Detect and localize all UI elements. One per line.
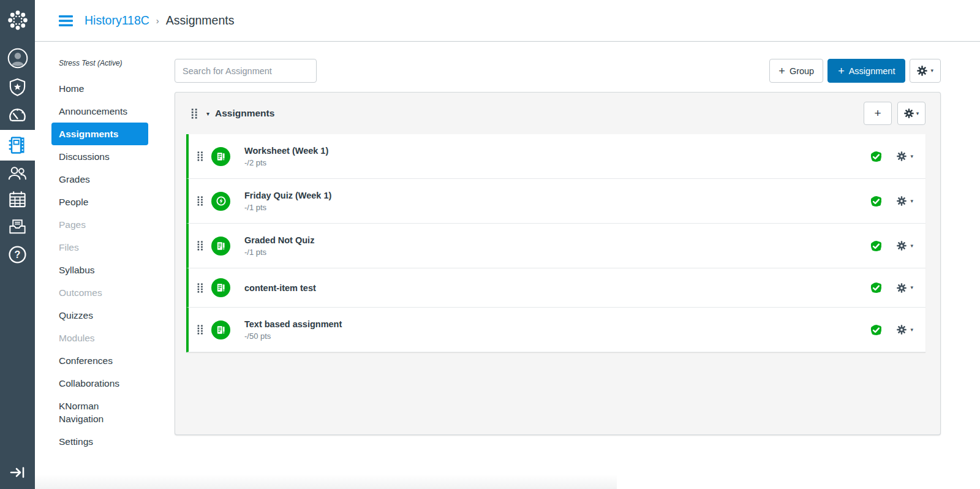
- row-drag-handle[interactable]: [197, 196, 203, 206]
- course-nav-item-home[interactable]: Home: [51, 77, 148, 100]
- course-nav-item-syllabus[interactable]: Syllabus: [51, 259, 148, 281]
- assignment-options-menu-button[interactable]: ▾: [897, 325, 913, 335]
- breadcrumb-separator: ›: [156, 15, 159, 26]
- plus-icon: +: [838, 66, 845, 77]
- assignment-options-menu-button[interactable]: ▾: [897, 196, 913, 206]
- assignment-type-badge: [211, 278, 230, 297]
- assignment-points: -/50 pts: [244, 332, 342, 341]
- course-nav-item-discussions[interactable]: Discussions: [51, 145, 148, 168]
- assignment-title-link[interactable]: Graded Not Quiz: [244, 235, 314, 245]
- caret-down-icon: ▾: [916, 111, 919, 116]
- course-nav-list: Home Announcements Assignments Discussio…: [51, 77, 148, 453]
- canvas-logo[interactable]: [0, 7, 35, 33]
- assignment-points: -/1 pts: [244, 203, 331, 212]
- assignment-icon: [216, 241, 226, 251]
- gear-icon: [904, 108, 914, 118]
- course-nav-item-knorman-navigation[interactable]: KNorman Navigation: [51, 395, 148, 430]
- course-nav-item-pages[interactable]: Pages: [51, 213, 148, 236]
- sidebar-item-help[interactable]: ?: [0, 243, 35, 265]
- gear-icon: [917, 66, 927, 76]
- assignment-title-link[interactable]: Worksheet (Week 1): [244, 146, 328, 156]
- assignment-row: Graded Not Quiz -/1 pts ▾: [186, 224, 925, 268]
- assignment-options-menu-button[interactable]: ▾: [897, 283, 913, 293]
- assignment-info: Worksheet (Week 1) -/2 pts: [244, 146, 328, 167]
- hide-course-nav-button[interactable]: [59, 15, 74, 27]
- assignment-title-link[interactable]: content-item test: [244, 283, 316, 293]
- course-nav-item-files[interactable]: Files: [51, 236, 148, 259]
- assignment-info: Graded Not Quiz -/1 pts: [244, 235, 314, 257]
- calendar-icon: [7, 189, 28, 210]
- shield-star-icon: [7, 77, 28, 97]
- assignment-row: content-item test ▾: [186, 268, 925, 308]
- collapse-global-nav-button[interactable]: [0, 463, 35, 482]
- toolbar-actions: + Group + Assignment ▾: [769, 59, 941, 83]
- course-nav-item-announcements[interactable]: Announcements: [51, 100, 148, 123]
- canvas-logo-icon: [6, 9, 29, 32]
- add-assignment-label: Assignment: [849, 66, 895, 76]
- canvas-assignments-page: ? History118C › Assignments Stress: [0, 0, 980, 489]
- breadcrumb-page: Assignments: [166, 13, 235, 28]
- course-nav-item-assignments[interactable]: Assignments: [51, 123, 148, 145]
- row-drag-handle[interactable]: [197, 241, 203, 251]
- group-drag-handle[interactable]: [191, 108, 198, 119]
- row-drag-handle[interactable]: [197, 151, 203, 161]
- sidebar-item-dashboard[interactable]: [0, 105, 35, 127]
- sidebar-item-account[interactable]: [0, 47, 35, 70]
- published-status-icon[interactable]: [870, 324, 882, 336]
- add-group-button[interactable]: + Group: [769, 59, 823, 83]
- group-add-assignment-button[interactable]: +: [864, 102, 892, 125]
- gear-icon: [897, 325, 907, 335]
- assignment-icon: [216, 325, 226, 335]
- assignment-options-menu-button[interactable]: ▾: [897, 151, 913, 161]
- quiz-type-badge: [211, 192, 230, 211]
- assignment-icon: [216, 282, 226, 293]
- group-settings-menu-button[interactable]: ▾: [897, 102, 925, 125]
- published-status-icon[interactable]: [870, 151, 882, 162]
- sidebar-item-inbox[interactable]: [0, 216, 35, 238]
- dashboard-gauge-icon: [7, 106, 28, 126]
- group-header-actions: + ▾: [864, 102, 925, 125]
- assignment-title-link[interactable]: Friday Quiz (Week 1): [244, 191, 331, 200]
- assignment-title-link[interactable]: Text based assignment: [244, 319, 342, 329]
- published-status-icon[interactable]: [870, 282, 882, 294]
- assignment-info: Friday Quiz (Week 1) -/1 pts: [244, 191, 331, 212]
- course-nav-item-quizzes[interactable]: Quizzes: [51, 304, 148, 327]
- assignment-type-badge: [211, 320, 230, 339]
- course-nav-item-people[interactable]: People: [51, 191, 148, 213]
- caret-down-icon: ▾: [910, 243, 913, 249]
- plus-icon: +: [778, 66, 785, 77]
- plus-icon: +: [874, 107, 881, 120]
- assignment-info: content-item test: [244, 283, 316, 293]
- published-status-icon[interactable]: [870, 195, 882, 207]
- sidebar-item-courses[interactable]: [0, 130, 35, 161]
- course-nav-item-collaborations[interactable]: Collaborations: [51, 372, 148, 395]
- course-nav-item-modules[interactable]: Modules: [51, 327, 148, 349]
- course-term-label: Stress Test (Active): [59, 59, 123, 67]
- assignment-options-menu-button[interactable]: ▾: [897, 241, 913, 251]
- groups-people-icon: [7, 162, 28, 184]
- course-nav-item-grades[interactable]: Grades: [51, 168, 148, 191]
- sidebar-item-admin[interactable]: [0, 76, 35, 98]
- course-nav-item-settings[interactable]: Settings: [51, 430, 148, 453]
- course-nav-item-conferences[interactable]: Conferences: [51, 349, 148, 372]
- inbox-tray-icon: [7, 217, 28, 237]
- caret-down-icon: ▾: [910, 285, 913, 290]
- row-drag-handle[interactable]: [197, 283, 203, 293]
- row-drag-handle[interactable]: [197, 325, 203, 335]
- published-status-icon[interactable]: [870, 240, 882, 252]
- breadcrumb: History118C › Assignments: [85, 13, 234, 28]
- add-assignment-button[interactable]: + Assignment: [827, 59, 905, 83]
- search-input[interactable]: [175, 59, 317, 83]
- assignments-settings-menu-button[interactable]: ▾: [910, 59, 941, 83]
- caret-down-icon: ▾: [910, 199, 913, 204]
- breadcrumb-course-link[interactable]: History118C: [85, 13, 149, 28]
- add-group-label: Group: [790, 66, 814, 76]
- assignment-points: -/1 pts: [244, 248, 314, 257]
- global-nav: ?: [0, 0, 35, 489]
- group-collapse-toggle[interactable]: ▾: [206, 110, 209, 117]
- course-nav-item-outcomes[interactable]: Outcomes: [51, 281, 148, 304]
- sidebar-item-calendar[interactable]: [0, 188, 35, 210]
- hamburger-icon: [59, 15, 74, 27]
- gear-icon: [897, 241, 907, 251]
- sidebar-item-groups[interactable]: [0, 162, 35, 184]
